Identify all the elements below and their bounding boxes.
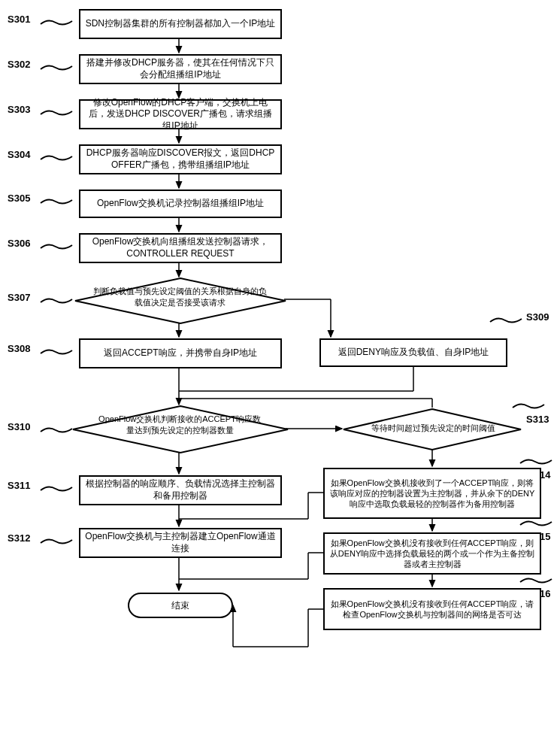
label-s309: S309 xyxy=(526,311,549,323)
squiggle-s310 xyxy=(39,424,75,435)
squiggle-s316 xyxy=(519,575,555,585)
step-s311-text: 根据控制器的响应顺序、负载情况选择主控制器和备用控制器 xyxy=(85,478,276,502)
squiggle-s312 xyxy=(39,535,75,546)
label-s303: S303 xyxy=(8,104,30,115)
squiggle-s311 xyxy=(39,483,75,493)
label-s304: S304 xyxy=(8,149,30,160)
squiggle-s301 xyxy=(39,17,75,27)
step-s303-text: 修改OpenFlow的DHCP客户端，交换机上电后，发送DHCP DISCOVE… xyxy=(85,97,276,132)
step-s308: 返回ACCEPT响应，并携带自身IP地址 xyxy=(79,338,282,368)
diamond-s313-text: 等待时间超过预先设定的时间阈值 xyxy=(368,423,498,434)
terminator-end: 结束 xyxy=(128,593,233,618)
label-s308: S308 xyxy=(8,343,30,354)
step-s302-text: 搭建并修改DHCP服务器，使其在任何情况下只会分配组播组IP地址 xyxy=(85,57,276,80)
step-s314-text: 如果OpenFlow交换机接收到了一个ACCEPT响应，则将该响应对应的控制器设… xyxy=(329,478,535,510)
step-s305-text: OpenFlow交换机记录控制器组播组IP地址 xyxy=(97,198,264,210)
label-s301: S301 xyxy=(8,14,30,25)
label-s306: S306 xyxy=(8,238,30,249)
step-s309-text: 返回DENY响应及负载值、自身IP地址 xyxy=(338,347,489,359)
step-s301: SDN控制器集群的所有控制器都加入一个IP地址 xyxy=(79,9,282,39)
step-s312-text: OpenFlow交换机与主控制器建立OpenFlow通道连接 xyxy=(85,531,276,554)
squiggle-s306 xyxy=(39,241,75,251)
diamond-s310-text: OpenFlow交换机判断接收的ACCEPT响应数量达到预先设定的控制器数量 xyxy=(96,414,263,436)
squiggle-s315 xyxy=(519,517,555,528)
end-text: 结束 xyxy=(171,599,189,612)
label-s305: S305 xyxy=(8,193,30,204)
step-s305: OpenFlow交换机记录控制器组播组IP地址 xyxy=(79,190,282,218)
step-s308-text: 返回ACCEPT响应，并携带自身IP地址 xyxy=(104,347,257,359)
step-s301-text: SDN控制器集群的所有控制器都加入一个IP地址 xyxy=(86,18,276,30)
step-s306: OpenFlow交换机向组播组发送控制器请求，CONTROLLER REQUES… xyxy=(79,233,282,263)
step-s304: DHCP服务器响应DISCOVER报文，返回DHCP OFFER广播包，携带组播… xyxy=(79,144,282,174)
step-s314: 如果OpenFlow交换机接收到了一个ACCEPT响应，则将该响应对应的控制器设… xyxy=(323,468,541,519)
squiggle-s309 xyxy=(489,314,525,325)
step-s311: 根据控制器的响应顺序、负载情况选择主控制器和备用控制器 xyxy=(79,475,282,505)
step-s316: 如果OpenFlow交换机没有接收到任何ACCEPT响应，请检查OpenFlow… xyxy=(323,588,541,630)
step-s303: 修改OpenFlow的DHCP客户端，交换机上电后，发送DHCP DISCOVE… xyxy=(79,99,282,129)
squiggle-s314 xyxy=(519,456,555,466)
label-s312: S312 xyxy=(8,532,30,544)
squiggle-s308 xyxy=(39,346,75,356)
squiggle-s302 xyxy=(39,62,75,72)
step-s306-text: OpenFlow交换机向组播组发送控制器请求，CONTROLLER REQUES… xyxy=(85,236,276,259)
step-s315-text: 如果OpenFlow交换机没有接收到任何ACCEPT响应，则从DENY响应中选择… xyxy=(329,538,535,570)
diamond-s307-text: 判断负载值与预先设定阈值的关系根据自身的负载值决定是否接受该请求 xyxy=(90,286,269,308)
label-s313: S313 xyxy=(526,414,549,425)
step-s316-text: 如果OpenFlow交换机没有接收到任何ACCEPT响应，请检查OpenFlow… xyxy=(329,599,535,620)
squiggle-s305 xyxy=(39,196,75,206)
step-s315: 如果OpenFlow交换机没有接收到任何ACCEPT响应，则从DENY响应中选择… xyxy=(323,532,541,575)
label-s302: S302 xyxy=(8,59,30,70)
step-s302: 搭建并修改DHCP服务器，使其在任何情况下只会分配组播组IP地址 xyxy=(79,54,282,84)
squiggle-s307 xyxy=(39,295,75,305)
step-s312: OpenFlow交换机与主控制器建立OpenFlow通道连接 xyxy=(79,528,282,558)
label-s311: S311 xyxy=(8,480,30,491)
label-s310: S310 xyxy=(8,421,30,432)
step-s309: 返回DENY响应及负载值、自身IP地址 xyxy=(319,338,507,367)
step-s304-text: DHCP服务器响应DISCOVER报文，返回DHCP OFFER广播包，携带组播… xyxy=(85,147,276,171)
label-s307: S307 xyxy=(8,292,30,303)
flowchart-container: S301 SDN控制器集群的所有控制器都加入一个IP地址 S302 搭建并修改D… xyxy=(8,8,552,744)
squiggle-s304 xyxy=(39,152,75,162)
squiggle-s303 xyxy=(39,107,75,117)
